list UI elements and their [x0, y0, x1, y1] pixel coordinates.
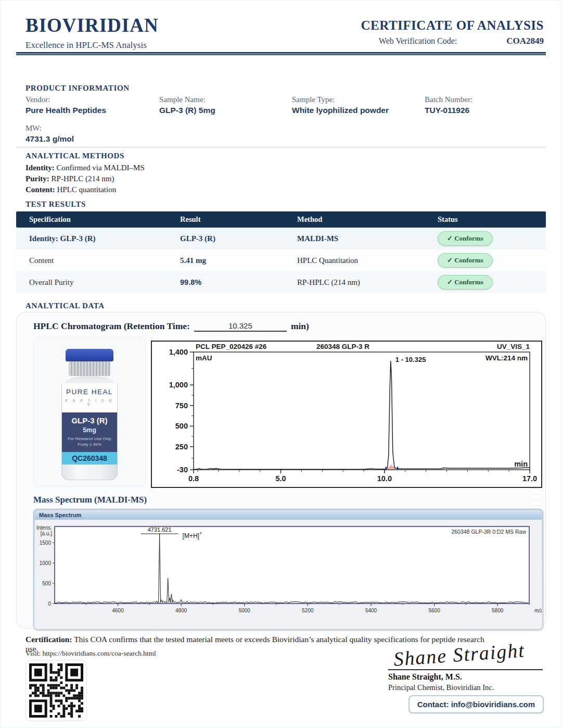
product-info-heading: PRODUCT INFORMATION	[25, 84, 130, 93]
method-content: Content: HPLC quantitation	[25, 184, 145, 195]
svg-text:10.0: 10.0	[377, 474, 392, 483]
cell-result: 99.8%	[167, 278, 284, 286]
hplc-chromatogram-heading: HPLC Chromatogram (Retention Time: 10.32…	[33, 321, 309, 332]
field-mw: MW: 4731.3 g/mol	[25, 124, 74, 144]
svg-text:1000: 1000	[40, 560, 52, 566]
method-label: Content:	[25, 185, 55, 194]
certification-label: Certification:	[25, 635, 72, 644]
verification-code: COA2849	[506, 36, 544, 46]
method-value: Confirmed via MALDI–MS	[57, 164, 145, 172]
mass-spectrum-svg: Intens.[a.u.]050010001500460048005000520…	[36, 520, 542, 625]
vial-research-line: For Research Use Only	[62, 436, 117, 441]
svg-text:m/z: m/z	[534, 608, 542, 613]
svg-text:500: 500	[42, 581, 51, 586]
field-vendor: Vendor: Pure Health Peptides	[25, 95, 159, 115]
product-vial-image: PURE HEAL P E P T I D E S GLP-3 (R) 5mg …	[33, 337, 146, 487]
signer-name: Shane Straight, M.S.	[388, 672, 462, 682]
field-value: 4731.3 g/mol	[25, 134, 74, 144]
status-badge: ✓ Conforms	[438, 231, 493, 246]
contact-button[interactable]: Contact: info@bioviridians.com	[408, 695, 544, 713]
hplc-chromatogram-svg: 0.85.010.017.01,4001,000750500250-30PCL …	[152, 342, 541, 487]
svg-text:250: 250	[175, 443, 188, 451]
vial-body: PURE HEAL P E P T I D E S GLP-3 (R) 5mg …	[61, 383, 118, 480]
mass-spectrum-window: Mass Spectrum Intens.[a.u.]0500100015004…	[33, 509, 543, 630]
cell-result: 5.41 mg	[167, 256, 284, 265]
vial-brand-subtext: P E P T I D E S	[62, 399, 117, 406]
svg-text:4731.621: 4731.621	[148, 526, 172, 533]
table-row: Overall Purity99.8%RP-HPLC (214 nm)✓ Con…	[16, 271, 546, 293]
results-table-header: Specification Result Method Status	[16, 211, 546, 228]
method-value: RP-HPLC (214 nm)	[52, 174, 114, 183]
svg-text:5.0: 5.0	[275, 474, 286, 483]
field-label: Sample Type:	[292, 95, 425, 104]
svg-text:5600: 5600	[428, 608, 440, 613]
coa-search-link[interactable]: Visit: https://bioviridians.com/coa-sear…	[25, 649, 156, 658]
svg-text:WVL:214 nm: WVL:214 nm	[486, 354, 528, 362]
field-value: TUY-011926	[425, 106, 544, 115]
signature-rule	[388, 669, 543, 670]
cell-status: ✓ Conforms	[425, 231, 546, 246]
cell-status: ✓ Conforms	[425, 253, 546, 268]
svg-text:1500: 1500	[40, 540, 52, 546]
cell-status: ✓ Conforms	[425, 275, 546, 290]
hplc-title-suffix: min)	[291, 321, 309, 332]
svg-text:Intens.: Intens.	[36, 525, 52, 531]
svg-text:500: 500	[175, 422, 188, 430]
vial-product-name: GLP-3 (R)	[62, 416, 117, 425]
signer-title: Principal Chemist, Bioviridian Inc.	[388, 683, 494, 692]
cell-result: GLP-3 (R)	[167, 234, 284, 243]
svg-text:PCL PEP_020426 #26: PCL PEP_020426 #26	[196, 343, 267, 350]
retention-time-field[interactable]: 10.325	[194, 321, 287, 332]
field-label: Batch Number:	[425, 95, 544, 104]
cell-method: RP-HPLC (214 nm)	[284, 278, 425, 287]
test-results-heading: TEST RESULTS	[25, 200, 86, 209]
field-label: Vendor:	[25, 95, 159, 104]
method-label: Identity:	[25, 164, 55, 172]
coa-document: BIOVIRIDIAN Excellence in HPLC-MS Analys…	[0, 0, 562, 728]
status-badge: ✓ Conforms	[438, 253, 493, 268]
svg-text:1,400: 1,400	[169, 348, 188, 356]
svg-text:17.0: 17.0	[522, 474, 537, 483]
svg-text:min: min	[514, 460, 528, 468]
method-identity: Identity: Confirmed via MALDI–MS	[25, 162, 145, 173]
field-sample-type: Sample Type: White lyophilized powder	[292, 95, 425, 115]
mass-spectrum-body: Intens.[a.u.]050010001500460048005000520…	[35, 520, 542, 629]
svg-text:[a.u.]: [a.u.]	[41, 531, 52, 536]
method-value: HPLC quantitation	[57, 185, 116, 194]
header-rule	[16, 52, 546, 55]
col-specification: Specification	[16, 215, 167, 224]
analytical-data-heading: ANALYTICAL DATA	[25, 302, 105, 310]
cell-method: MALDI-MS	[284, 234, 425, 243]
vial-label-main: GLP-3 (R) 5mg For Research Use Only Puri…	[62, 412, 117, 452]
svg-text:5200: 5200	[302, 608, 314, 613]
vial-cap	[66, 349, 113, 361]
vial-label-brand: PURE HEAL P E P T I D E S	[62, 383, 117, 412]
vial-crimp	[69, 361, 110, 376]
vial-dose: 5mg	[62, 426, 117, 434]
svg-text:[M+H]+: [M+H]+	[183, 531, 202, 539]
qr-code-svg	[29, 663, 83, 718]
method-purity: Purity: RP-HPLC (214 nm)	[25, 173, 145, 184]
svg-text:0.8: 0.8	[188, 474, 199, 483]
product-info-grid: Vendor: Pure Health Peptides Sample Name…	[25, 95, 544, 115]
field-label: Sample Name:	[159, 95, 292, 104]
field-label: MW:	[25, 124, 74, 133]
svg-text:260348 GLP-3 R: 260348 GLP-3 R	[316, 343, 369, 350]
method-label: Purity:	[25, 174, 49, 183]
document-title: CERTIFICATE OF ANALYSIS	[361, 18, 544, 33]
cell-specification: Identity: GLP-3 (R)	[16, 234, 167, 243]
mass-spectrum-heading: Mass Spectrum (MALDI-MS)	[33, 495, 147, 505]
svg-text:5800: 5800	[492, 608, 504, 613]
company-logo: BIOVIRIDIAN	[25, 14, 159, 36]
status-badge: ✓ Conforms	[438, 275, 493, 290]
col-result: Result	[167, 215, 284, 224]
vial-purity-line: Purity ≥ 99%	[62, 442, 117, 447]
svg-text:5400: 5400	[365, 608, 377, 613]
cell-specification: Content	[16, 256, 167, 265]
analytical-methods-heading: ANALYTICAL METHODS	[25, 152, 124, 160]
hplc-chromatogram-plot: 0.85.010.017.01,4001,000750500250-30PCL …	[151, 341, 542, 488]
qr-code	[25, 660, 87, 721]
field-value: White lyophilized powder	[292, 106, 425, 115]
svg-text:260348 GLP-3R 0:D2 MS Raw: 260348 GLP-3R 0:D2 MS Raw	[451, 529, 526, 535]
cell-method: HPLC Quantitation	[284, 256, 425, 265]
